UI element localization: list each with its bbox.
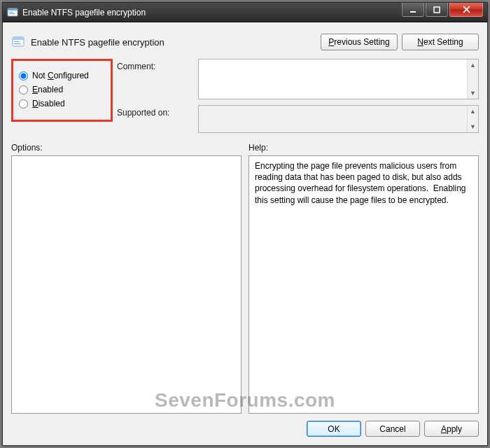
top-grid: Not Configured Enabled Disabled Comment:… [11,59,479,133]
next-setting-button[interactable]: Next Setting [402,34,479,50]
comment-field[interactable]: ▲ ▼ [198,59,479,99]
dialog-footer: OK Cancel Apply [11,421,479,437]
policy-icon [11,35,25,49]
radio-not-configured-input[interactable] [19,71,28,80]
svg-rect-3 [9,13,15,14]
panels: Encrypting the page file prevents malici… [11,155,479,414]
svg-rect-2 [9,12,13,13]
window-title: Enable NTFS pagefile encryption [22,8,146,18]
previous-setting-button[interactable]: Previous Setting [321,34,398,50]
supported-label: Supported on: [117,105,194,118]
comment-label: Comment: [117,59,194,71]
app-icon [7,7,18,18]
radio-not-configured[interactable]: Not Configured [18,71,106,80]
maximize-button[interactable] [426,3,448,17]
window-controls [402,3,487,22]
options-label: Options: [11,143,241,153]
apply-button[interactable]: Apply [424,421,479,437]
supported-text [199,106,478,111]
help-label: Help: [248,143,479,153]
state-radio-group: Not Configured Enabled Disabled [11,59,113,122]
radio-disabled-label: Disabled [32,99,65,108]
radio-not-configured-label: Not Configured [32,71,89,80]
scroll-down-icon[interactable]: ▼ [468,88,478,99]
help-text: Encrypting the page file prevents malici… [255,161,468,205]
scroll-up-icon[interactable]: ▲ [468,106,478,117]
ok-button[interactable]: OK [307,421,361,437]
svg-rect-7 [13,37,24,40]
client-area: Enable NTFS pagefile encryption Previous… [3,22,487,445]
title-bar[interactable]: Enable NTFS pagefile encryption [3,3,487,22]
cancel-button[interactable]: Cancel [365,421,420,437]
radio-enabled-label: Enabled [32,85,63,94]
svg-rect-1 [8,8,18,10]
radio-disabled[interactable]: Disabled [18,99,106,108]
supported-field: ▲ ▼ [198,105,479,133]
supported-scrollbar[interactable]: ▲ ▼ [467,106,478,132]
mid-labels: Options: Help: [11,143,479,153]
comment-scrollbar[interactable]: ▲ ▼ [467,59,478,99]
header-row: Enable NTFS pagefile encryption Previous… [11,29,479,55]
svg-rect-9 [14,43,21,44]
close-button[interactable] [449,3,483,17]
radio-enabled[interactable]: Enabled [18,85,106,94]
svg-rect-8 [14,41,20,42]
comment-textarea[interactable] [199,59,467,99]
svg-rect-4 [410,11,416,13]
minimize-button[interactable] [402,3,424,17]
scroll-up-icon[interactable]: ▲ [468,59,478,71]
options-panel [11,155,241,414]
radio-disabled-input[interactable] [19,99,28,108]
dialog-window: Enable NTFS pagefile encryption [2,2,488,446]
policy-title: Enable NTFS pagefile encryption [31,37,164,48]
svg-rect-5 [434,7,440,13]
help-panel: Encrypting the page file prevents malici… [248,155,479,414]
scroll-down-icon[interactable]: ▼ [468,121,478,132]
radio-enabled-input[interactable] [19,85,28,94]
